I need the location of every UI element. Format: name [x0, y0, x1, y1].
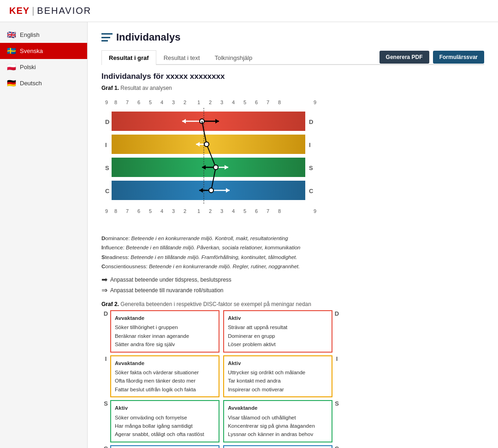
- svg-text:6: 6: [255, 208, 258, 214]
- tab-tolkningshjalp[interactable]: Tolkningshjälp: [207, 50, 260, 65]
- right-cell-title: Aktiv: [228, 314, 328, 322]
- right-cell-item: Inspirerar och motiverar: [228, 385, 328, 394]
- left-cell-item: Söker tillhörighet i gruppen: [115, 323, 215, 331]
- graf2-number: Graf 2.: [101, 301, 119, 307]
- graf1-number: Graf 1.: [101, 85, 119, 91]
- left-cell-item: Agerar snabbt, otåligt och ofta rastlöst: [115, 430, 215, 438]
- graf2-label: Graf 2. Generella beteenden i respektive…: [101, 301, 484, 307]
- svg-text:3: 3: [172, 208, 175, 214]
- disc-cell-left-d: AvvaktandeSöker tillhörighet i gruppenBe…: [110, 310, 219, 353]
- svg-text:7: 7: [126, 100, 129, 105]
- svg-text:7: 7: [126, 208, 129, 214]
- sidebar-label-polski: Polski: [20, 64, 36, 71]
- svg-text:I: I: [309, 141, 311, 148]
- left-cell-item: Söker fakta och värderar situationer: [115, 368, 215, 377]
- arrow-legend-2: ⇒ Anpassat beteende till nuvarande roll/…: [101, 286, 484, 295]
- graf1-label: Graf 1. Resultat av analysen: [101, 85, 484, 91]
- main-content: Individanalys Resultat i graf Resultat i…: [88, 22, 498, 448]
- disc-cell-gap: [219, 445, 223, 448]
- disc-row-label-i-right: I: [332, 355, 341, 398]
- legend-area: Dominance: Beteende i en konkurrerande m…: [101, 235, 341, 271]
- disc-row-label-s-right: S: [332, 400, 341, 442]
- svg-text:S: S: [105, 165, 109, 171]
- right-cell-item: Löser problem aktivt: [228, 340, 328, 348]
- page-title-area: Individanalys: [101, 31, 484, 43]
- header: KEY|BEHAVIOR: [0, 0, 498, 22]
- svg-point-62: [213, 165, 218, 170]
- svg-text:6: 6: [137, 100, 140, 105]
- filled-arrow-icon: ➡: [101, 275, 107, 284]
- svg-text:I: I: [105, 141, 107, 148]
- disc-row-label-c-left: C: [101, 445, 110, 448]
- tab-resultat-graf[interactable]: Resultat i graf: [101, 50, 156, 65]
- formularssvar-button[interactable]: Formulärssvar: [433, 51, 484, 64]
- disc-cell-left-c: AktivGår sin egen väg och visar sin själ…: [110, 445, 219, 448]
- legend-steadiness: Steadiness: Beteende i en tillåtande mil…: [101, 253, 341, 261]
- right-cell-item: Uttrycker sig ordrikt och målande: [228, 368, 328, 377]
- chart-area: 9 8 7 6 5 4 3 2 1 2 3 4 5 6 7 8 9: [101, 94, 332, 229]
- left-cell-item: Ofta fåordig men tänker desto mer: [115, 377, 215, 385]
- svg-text:4: 4: [232, 100, 235, 105]
- disc-cell-right-c: AvvaktandeArbetar under kontrollerade fo…: [223, 445, 332, 448]
- right-cell-item: Strävar att uppnå resultat: [228, 323, 328, 331]
- right-cell-item: Visar tålamod och uthållighet: [228, 413, 328, 422]
- svg-text:D: D: [105, 118, 109, 125]
- logo-behavior: BEHAVIOR: [37, 6, 91, 16]
- disc-row-label-s-left: S: [101, 400, 110, 442]
- svg-text:4: 4: [160, 100, 163, 105]
- disc-table-row-i: IAvvaktandeSöker fakta och värderar situ…: [101, 355, 341, 398]
- left-cell-item: Söker omväxling och fornyelse: [115, 413, 215, 422]
- tab-resultat-text[interactable]: Resultat i text: [156, 50, 208, 65]
- sidebar-item-english[interactable]: 🇬🇧 English: [0, 27, 87, 43]
- right-cell-item: Koncentrerar sig på givna åtaganden: [228, 422, 328, 430]
- sidebar-item-deutsch[interactable]: 🇩🇪 Deutsch: [0, 75, 87, 91]
- svg-text:2: 2: [209, 208, 212, 214]
- svg-text:1: 1: [197, 208, 200, 214]
- page-title: Individanalys: [116, 31, 180, 43]
- layout: 🇬🇧 English 🇸🇪 Svenska 🇵🇱 Polski 🇩🇪 Deuts…: [0, 22, 498, 448]
- flag-svenska: 🇸🇪: [7, 48, 16, 54]
- svg-text:7: 7: [267, 100, 269, 105]
- svg-text:3: 3: [220, 208, 223, 214]
- outline-arrow-icon: ⇒: [101, 286, 107, 295]
- left-cell-title: Avvaktande: [115, 359, 215, 367]
- svg-point-67: [209, 188, 213, 193]
- legend-dominance: Dominance: Beteende i en konkurrerande m…: [101, 235, 341, 242]
- arrow-legend-1-text: Anpassat beteende under tidspress, beslu…: [110, 277, 231, 283]
- svg-text:C: C: [309, 188, 314, 195]
- svg-text:8: 8: [114, 100, 117, 105]
- sidebar-item-polski[interactable]: 🇵🇱 Polski: [0, 59, 87, 75]
- sidebar-item-svenska[interactable]: 🇸🇪 Svenska: [0, 43, 87, 59]
- logo-key: KEY: [9, 6, 30, 16]
- disc-cell-gap: [219, 355, 223, 398]
- svg-text:9: 9: [314, 208, 316, 214]
- legend-influence: Influence: Beteende i en tillåtande milj…: [101, 244, 341, 252]
- arrow-legend-2-text: Anpassat beteende till nuvarande roll/si…: [110, 287, 224, 294]
- generera-pdf-button[interactable]: Generera PDF: [379, 51, 429, 64]
- disc-row-label-i-left: I: [101, 355, 110, 398]
- sidebar-label-svenska: Svenska: [20, 47, 43, 54]
- disc-cell-right-d: AktivSträvar att uppnå resultatDominerar…: [223, 310, 332, 353]
- svg-text:3: 3: [220, 100, 223, 105]
- disc-table: DAvvaktandeSöker tillhörighet i gruppenB…: [101, 310, 341, 448]
- right-cell-item: Tar kontakt med andra: [228, 377, 328, 385]
- analysis-title: Individanalys för xxxxx xxxxxxxx: [101, 72, 484, 81]
- left-cell-item: Fattar beslut utifrån logik och fakta: [115, 385, 215, 394]
- left-cell-title: Aktiv: [115, 404, 215, 412]
- svg-text:D: D: [309, 118, 313, 125]
- disc-cell-left-i: AvvaktandeSöker fakta och värderar situa…: [110, 355, 219, 398]
- flag-polski: 🇵🇱: [7, 64, 16, 71]
- sidebar-label-deutsch: Deutsch: [20, 80, 42, 87]
- flag-english: 🇬🇧: [7, 32, 16, 38]
- disc-cell-right-i: AktivUttrycker sig ordrikt och målandeTa…: [223, 355, 332, 398]
- disc-chart: 9 8 7 6 5 4 3 2 1 2 3 4 5 6 7 8 9: [101, 94, 332, 228]
- svg-text:5: 5: [149, 208, 152, 214]
- graf1-sub: Resultat av analysen: [120, 85, 172, 91]
- svg-text:8: 8: [114, 208, 117, 214]
- svg-text:5: 5: [243, 208, 246, 214]
- svg-text:1: 1: [197, 100, 200, 105]
- svg-text:8: 8: [278, 100, 281, 105]
- right-cell-title: Avvaktande: [228, 404, 328, 412]
- svg-text:2: 2: [184, 208, 186, 214]
- svg-text:5: 5: [149, 100, 152, 105]
